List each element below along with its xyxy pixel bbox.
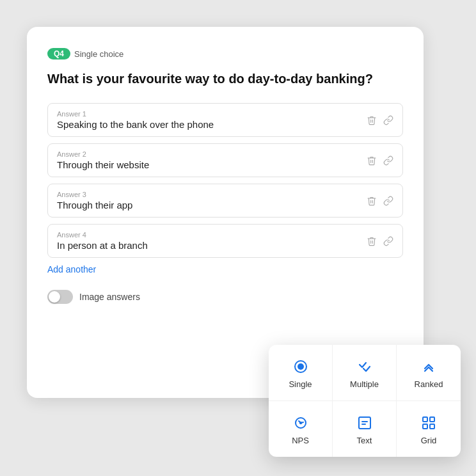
popup-cell-single[interactable]: Single: [269, 345, 333, 401]
delete-icon-1[interactable]: [367, 115, 377, 125]
svg-rect-8: [423, 424, 427, 429]
answer-actions-1: [367, 115, 393, 125]
answer-text-3: Through their app: [57, 200, 132, 210]
answers-list: Answer 1 Speaking to the bank over the p…: [47, 103, 403, 258]
grid-icon: [421, 415, 436, 431]
question-number-badge: Q4: [47, 48, 70, 60]
image-answers-row: Image answers: [47, 290, 403, 304]
delete-icon-3[interactable]: [367, 196, 377, 206]
popup-label-single: Single: [289, 379, 312, 389]
popup-cell-multiple[interactable]: Multiple: [333, 345, 397, 401]
svg-rect-7: [430, 417, 434, 422]
answer-label-4: Answer 4: [57, 231, 148, 239]
popup-label-nps: NPS: [292, 436, 309, 445]
answer-actions-4: [367, 236, 393, 246]
answer-actions-2: [367, 155, 393, 166]
text-icon: [357, 415, 372, 431]
answer-actions-3: [367, 196, 393, 206]
popup-label-ranked: Ranked: [415, 379, 443, 389]
answer-text-1: Speaking to the bank over the phone: [57, 119, 214, 130]
svg-rect-3: [359, 417, 370, 429]
popup-cell-nps[interactable]: NPS: [269, 401, 333, 457]
svg-rect-6: [423, 417, 427, 422]
answer-item-1: Answer 1 Speaking to the bank over the p…: [47, 103, 403, 137]
single-icon: [293, 359, 308, 374]
answer-label-1: Answer 1: [57, 110, 214, 118]
answer-text-2: Through their website: [57, 159, 149, 170]
nps-icon: [293, 415, 308, 431]
answer-type-popup: Single Multiple Ranked: [269, 345, 461, 457]
link-icon-1[interactable]: [383, 115, 393, 125]
answer-label-2: Answer 2: [57, 150, 149, 158]
popup-grid: Single Multiple Ranked: [269, 345, 461, 457]
popup-cell-grid[interactable]: Grid: [397, 401, 461, 457]
answer-item-2: Answer 2 Through their website: [47, 143, 403, 177]
multiple-icon: [357, 359, 372, 374]
question-type-label: Single choice: [74, 49, 123, 59]
link-icon-3[interactable]: [383, 196, 393, 206]
toggle-knob: [49, 291, 60, 303]
answer-item-4: Answer 4 In person at a branch: [47, 224, 403, 258]
svg-point-2: [299, 422, 301, 424]
answer-item-3: Answer 3 Through their app: [47, 184, 403, 218]
image-answers-label: Image answers: [79, 292, 140, 302]
popup-label-multiple: Multiple: [350, 379, 379, 389]
answer-text-4: In person at a branch: [57, 240, 148, 251]
question-tag-row: Q4 Single choice: [47, 48, 123, 60]
delete-icon-4[interactable]: [367, 236, 377, 246]
popup-label-grid: Grid: [421, 436, 437, 445]
question-title: What is your favourite way to do day-to-…: [47, 70, 403, 88]
svg-rect-9: [430, 424, 434, 429]
ranked-icon: [421, 359, 436, 374]
delete-icon-2[interactable]: [367, 155, 377, 166]
add-another-button[interactable]: Add another: [47, 264, 403, 274]
answer-label-3: Answer 3: [57, 191, 132, 198]
image-answers-toggle[interactable]: [47, 290, 73, 304]
popup-label-text: Text: [357, 436, 372, 445]
main-question-card: Q4 Single choice What is your favourite …: [27, 27, 424, 398]
svg-point-1: [298, 363, 304, 370]
link-icon-2[interactable]: [383, 155, 393, 166]
link-icon-4[interactable]: [383, 236, 393, 246]
popup-cell-text[interactable]: Text: [333, 401, 397, 457]
popup-cell-ranked[interactable]: Ranked: [397, 345, 461, 401]
